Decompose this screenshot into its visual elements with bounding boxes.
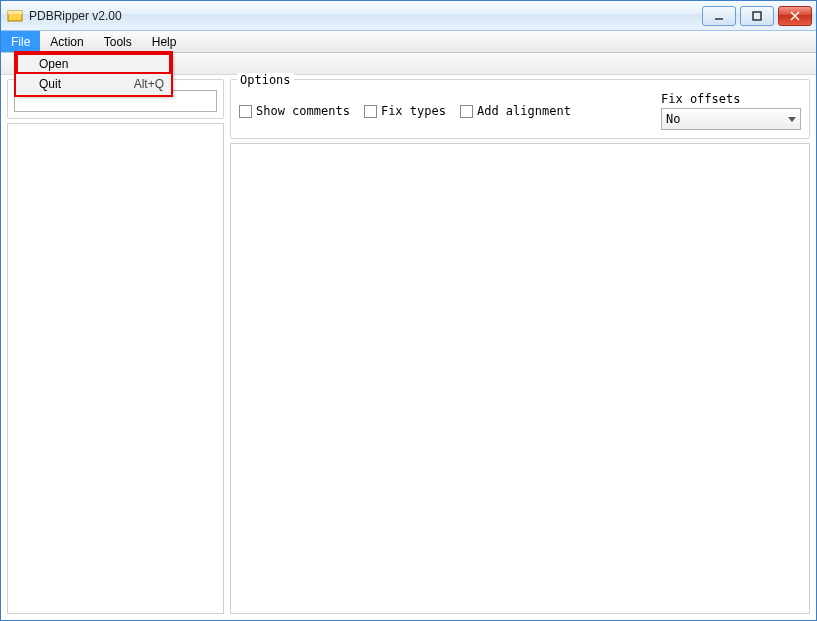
minimize-button[interactable] xyxy=(702,6,736,26)
app-icon xyxy=(7,8,23,24)
menu-file[interactable]: File xyxy=(1,31,40,52)
fix-offsets-combobox[interactable]: No xyxy=(661,108,801,130)
results-list[interactable] xyxy=(7,123,224,614)
app-window: PDBRipper v2.00 File Action Tools Help O… xyxy=(0,0,817,621)
right-pane: Options Show comments Fix types Add alig… xyxy=(230,79,810,614)
menu-item-quit-label: Quit xyxy=(39,77,61,91)
svg-rect-1 xyxy=(8,11,22,14)
checkbox-fix-types-label: Fix types xyxy=(381,104,446,118)
menu-item-open-label: Open xyxy=(39,57,68,71)
titlebar: PDBRipper v2.00 xyxy=(1,1,816,31)
window-controls xyxy=(702,6,812,26)
file-menu-dropdown: Open Quit Alt+Q xyxy=(15,52,172,96)
checkbox-box-icon xyxy=(460,105,473,118)
fix-offsets-block: Fix offsets No xyxy=(661,92,801,130)
checkbox-add-alignment-label: Add alignment xyxy=(477,104,571,118)
maximize-button[interactable] xyxy=(740,6,774,26)
menu-item-quit-shortcut: Alt+Q xyxy=(134,77,164,91)
menu-item-quit[interactable]: Quit Alt+Q xyxy=(17,74,170,94)
client-area: Search Options Show comments Fix types xyxy=(1,75,816,620)
checkbox-fix-types[interactable]: Fix types xyxy=(364,104,446,118)
checkbox-show-comments[interactable]: Show comments xyxy=(239,104,350,118)
options-label: Options xyxy=(237,73,294,87)
checkbox-show-comments-label: Show comments xyxy=(256,104,350,118)
menu-tools[interactable]: Tools xyxy=(94,31,142,52)
chevron-down-icon xyxy=(788,117,796,122)
left-pane: Search xyxy=(7,79,224,614)
svg-rect-3 xyxy=(753,12,761,20)
close-button[interactable] xyxy=(778,6,812,26)
window-title: PDBRipper v2.00 xyxy=(29,9,702,23)
checkbox-box-icon xyxy=(239,105,252,118)
output-textarea[interactable] xyxy=(230,143,810,614)
fix-offsets-label: Fix offsets xyxy=(661,92,801,106)
menubar: File Action Tools Help xyxy=(1,31,816,53)
checkbox-add-alignment[interactable]: Add alignment xyxy=(460,104,571,118)
menu-action[interactable]: Action xyxy=(40,31,93,52)
fix-offsets-value: No xyxy=(666,112,680,126)
menu-item-open[interactable]: Open xyxy=(17,54,170,74)
checkbox-box-icon xyxy=(364,105,377,118)
menu-help[interactable]: Help xyxy=(142,31,187,52)
options-group: Options Show comments Fix types Add alig… xyxy=(230,79,810,139)
